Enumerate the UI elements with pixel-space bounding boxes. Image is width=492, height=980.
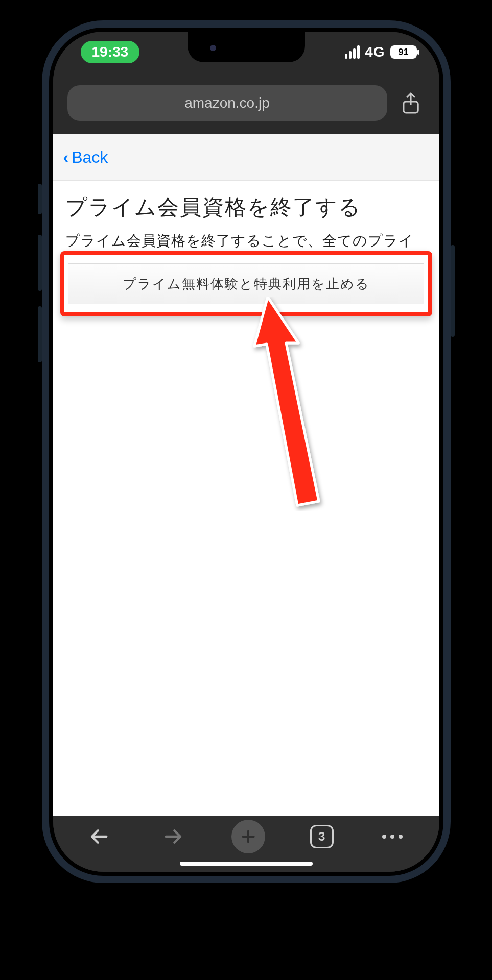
annotation-arrow-icon <box>237 297 329 511</box>
cellular-signal-icon <box>345 45 360 59</box>
page-content: ‹ Back プライム会員資格を終了する プライム会員資格を終了することで、全て… <box>53 134 439 816</box>
new-tab-button[interactable] <box>231 820 265 853</box>
status-right: 4G 91 <box>345 44 416 60</box>
ellipsis-icon <box>382 835 403 839</box>
chevron-left-icon: ‹ <box>63 148 69 167</box>
mute-switch <box>38 184 42 214</box>
share-icon <box>401 92 421 114</box>
nav-back-button[interactable] <box>85 822 114 851</box>
phone-frame: 19:33 4G 91 amazon.co.jp <box>42 20 451 883</box>
volume-down-button <box>38 306 42 362</box>
page-title: プライム会員資格を終了する <box>65 193 427 222</box>
back-label: Back <box>72 148 108 167</box>
battery-percent: 91 <box>398 47 408 58</box>
notch <box>188 32 305 62</box>
phone-bezel: 19:33 4G 91 amazon.co.jp <box>49 28 443 876</box>
tabs-button[interactable]: 3 <box>310 825 334 848</box>
home-indicator[interactable] <box>180 862 313 866</box>
stop-prime-button-label: プライム無料体験と特典利用を止める <box>123 275 370 293</box>
arrow-right-icon <box>162 826 183 847</box>
battery-icon: 91 <box>390 45 417 59</box>
plus-icon <box>240 828 256 845</box>
annotation-highlight-box: プライム無料体験と特典利用を止める <box>60 251 432 316</box>
stop-prime-button[interactable]: プライム無料体験と特典利用を止める <box>68 263 424 304</box>
arrow-left-icon <box>89 826 110 847</box>
back-bar[interactable]: ‹ Back <box>53 134 439 181</box>
browser-top-bar: amazon.co.jp <box>53 72 439 134</box>
tabs-count: 3 <box>318 829 325 844</box>
share-button[interactable] <box>396 85 425 121</box>
more-menu-button[interactable] <box>378 822 407 851</box>
network-type: 4G <box>365 44 385 60</box>
url-bar[interactable]: amazon.co.jp <box>67 85 387 121</box>
screen: 19:33 4G 91 amazon.co.jp <box>53 32 439 872</box>
time-recording-pill[interactable]: 19:33 <box>81 41 140 63</box>
nav-forward-button[interactable] <box>158 822 187 851</box>
power-button <box>451 245 455 337</box>
url-text: amazon.co.jp <box>184 95 270 111</box>
volume-up-button <box>38 235 42 291</box>
